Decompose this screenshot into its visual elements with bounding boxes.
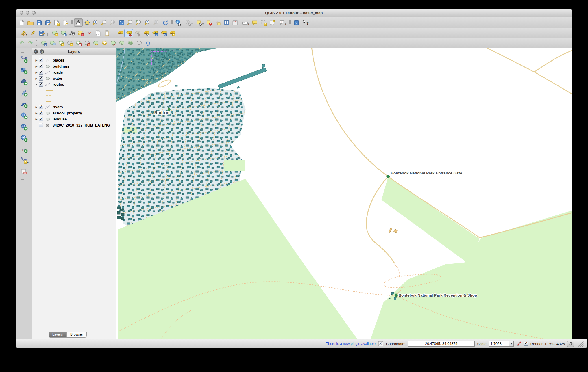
move-feature-button[interactable]: ▶ [59,29,68,37]
scale-combo[interactable]: 1:7028 ▼ [489,341,514,347]
new-bookmark-button[interactable]: * [259,18,268,27]
zoom-last-button[interactable]: ◀ [143,18,152,27]
zoom-full-button[interactable] [117,18,126,27]
layer-visibility-checkbox[interactable] [39,111,43,115]
layer-label[interactable]: 3420C_2010_327_RGB_LATLNG [53,123,110,127]
layer-row-school_property[interactable]: ▶school_property [32,110,116,116]
save-project-as-button[interactable] [43,18,52,27]
layer-visibility-checkbox[interactable] [39,105,43,109]
layer-visibility-checkbox[interactable] [39,82,43,87]
delete-part-button[interactable]: × [83,39,91,47]
layer-row-water[interactable]: ▶water [32,75,116,81]
rotate-point-symbols-button[interactable] [143,39,152,47]
add-delimited-text-layer-button[interactable]: ,, [19,145,29,153]
minimize-window-button[interactable] [26,11,29,15]
layer-visibility-checkbox[interactable] [39,70,43,75]
current-edits-button[interactable]: ▼ [17,29,28,37]
zoom-to-layer-button[interactable] [135,18,143,27]
layer-row-roads[interactable]: ▶roads [32,69,116,75]
stop-render-icon[interactable] [516,341,522,347]
map-canvas[interactable]: Railton Bontebok National Park Entrance … [116,48,572,339]
composer-manager-button[interactable] [61,18,69,27]
expand-icon[interactable]: ▶ [34,118,39,121]
node-tool-button[interactable] [68,29,76,37]
deselect-features-button[interactable] [205,18,213,27]
select-by-expression-button[interactable]: ε [213,18,222,27]
layer-label[interactable]: routes [53,82,64,87]
tab-layers[interactable]: Layers [49,332,66,338]
zoom-out-button[interactable] [100,18,109,27]
add-vector-layer-button[interactable] [19,55,29,63]
zoom-next-button[interactable]: ▶ [152,18,161,27]
add-feature-button[interactable]: * [50,29,59,37]
open-project-button[interactable] [26,18,35,27]
add-postgis-layer-button[interactable] [19,77,29,86]
title-bar[interactable]: QGIS 2.0.1-Dufour – basic_map [16,9,572,17]
plugin-icon[interactable] [378,341,384,347]
identify-features-button[interactable]: i [174,18,183,27]
layer-row-landuse[interactable]: ▶landuse [32,116,116,122]
whats-this-button[interactable]: ? [301,18,309,27]
add-spatialite-layer-button[interactable] [19,88,29,97]
collapse-icon[interactable]: ▼ [34,83,39,86]
simplify-feature-button[interactable] [48,39,57,47]
expand-icon[interactable]: ▶ [34,112,39,115]
add-wcs-layer-button[interactable] [19,122,29,131]
label-move-button[interactable]: abc▶ [150,29,159,37]
close-window-button[interactable] [20,11,23,15]
merge-features-button[interactable] [126,39,135,47]
label-rotate-button[interactable]: abc↻ [159,29,168,37]
add-mssql-layer-button[interactable] [19,100,29,108]
expand-icon[interactable]: ▶ [34,71,39,74]
rotate-feature-button[interactable]: ↻ [39,39,48,47]
split-features-button[interactable]: ✂ [109,39,117,47]
help-contents-button[interactable]: ? [292,18,301,27]
reshape-features-button[interactable] [91,39,100,47]
layer-label[interactable]: landuse [53,117,67,121]
coordinate-input[interactable]: 20.47065,-34.04879 [408,341,475,347]
field-calculator-button[interactable] [231,18,239,27]
layer-labeling-button[interactable]: abc [116,29,124,37]
text-annotation-button[interactable]: T▼ [276,18,287,27]
layer-row-buildings[interactable]: ▶buildings [32,63,116,69]
layer-label[interactable]: school_property [53,111,82,115]
layer-visibility-checkbox[interactable] [39,58,43,62]
add-wms-layer-button[interactable] [19,111,29,120]
select-features-button[interactable]: ▼ [194,18,205,27]
save-layer-edits-button[interactable] [37,29,46,37]
pan-to-selection-button[interactable] [83,18,91,27]
zoom-window-button[interactable] [32,11,36,15]
layer-label[interactable]: roads [53,70,63,75]
new-project-button[interactable] [17,18,26,27]
crs-status-button[interactable] [567,341,574,347]
expand-icon[interactable]: ▶ [34,106,39,109]
scale-dropdown-icon[interactable]: ▼ [509,341,513,346]
zoom-native-button[interactable]: 1:1 [109,18,117,27]
toggle-editing-button[interactable] [28,29,37,37]
merge-attributes-button[interactable] [135,39,143,47]
expand-icon[interactable]: ▶ [34,59,39,62]
add-raster-layer-button[interactable] [19,66,29,75]
undo-button[interactable]: ↶ [17,39,26,47]
layer-visibility-checkbox[interactable] [39,117,43,121]
remove-layer-button[interactable] [19,167,29,176]
run-feature-action-button[interactable]: ▼ [183,18,194,27]
expand-icon[interactable]: ▶ [34,65,39,68]
label-pin-button[interactable]: ab [133,29,142,37]
open-attribute-table-button[interactable] [222,18,231,27]
layer-visibility-checkbox[interactable] [39,76,43,81]
new-print-composer-button[interactable]: * [52,18,61,27]
layer-label[interactable]: rivers [53,105,63,109]
refresh-map-button[interactable] [161,18,169,27]
layer-row-3420C_2010_327_RGB_LATLNG[interactable]: 3420C_2010_327_RGB_LATLNG [32,122,116,128]
offset-curve-button[interactable] [100,39,109,47]
layer-label[interactable]: water [53,76,62,81]
show-bookmarks-button[interactable] [268,18,276,27]
layer-visibility-checkbox[interactable] [39,123,43,127]
redo-button[interactable]: ↷ [26,39,35,47]
label-properties-button[interactable]: abc [168,29,176,37]
render-checkbox[interactable] [524,342,528,346]
paste-features-button[interactable] [102,29,111,37]
new-shapefile-layer-button[interactable]: *▼ [19,156,29,165]
zoom-in-button[interactable] [91,18,100,27]
